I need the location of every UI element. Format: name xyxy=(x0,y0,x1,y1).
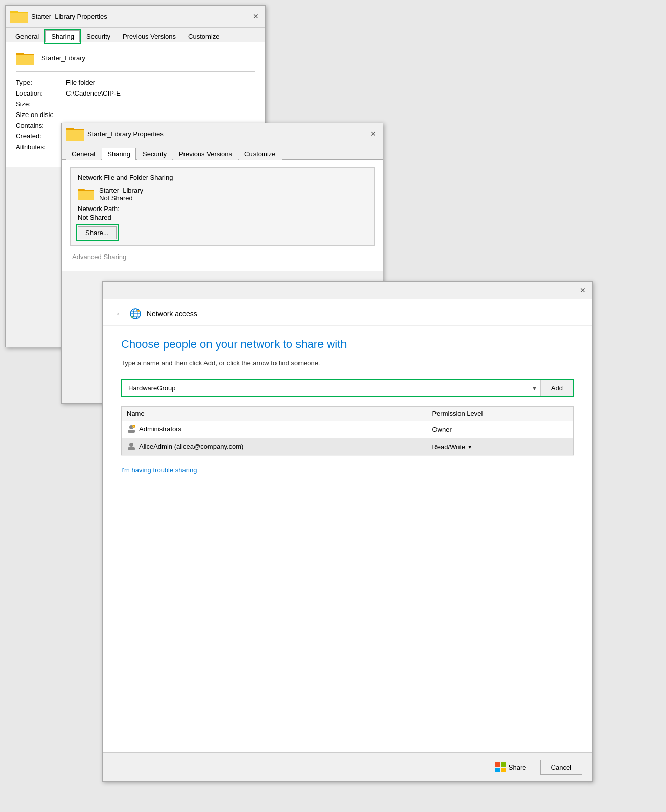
svg-point-18 xyxy=(131,316,133,318)
table-header-name: Name xyxy=(122,407,427,421)
shared-folder-row: Starter_Library Not Shared xyxy=(78,187,367,202)
admin-user-icon: A Administrators xyxy=(127,424,181,433)
choose-heading: Choose people on your network to share w… xyxy=(121,338,574,351)
value-type: File folder xyxy=(66,79,255,86)
tab-security-1[interactable]: Security xyxy=(81,30,116,42)
alice-user-name: AliceAdmin (alicea@company.com) xyxy=(139,443,243,450)
instruction-text: Type a name and then click Add, or click… xyxy=(121,359,574,367)
value-location: C:\Cadence\CIP-E xyxy=(66,89,255,97)
folder-icon-large xyxy=(16,51,34,66)
table-cell-name-1: A Administrators xyxy=(122,421,427,438)
network-access-label: Network access xyxy=(147,310,197,318)
folder-name-input[interactable] xyxy=(39,53,255,63)
tab-customize-1[interactable]: Customize xyxy=(182,30,225,42)
svg-rect-11 xyxy=(78,191,94,200)
tab-general-2[interactable]: General xyxy=(66,148,101,160)
table-row: A Administrators Owner xyxy=(122,421,574,438)
svg-point-17 xyxy=(137,310,140,312)
network-section-title: Network File and Folder Sharing xyxy=(78,174,367,181)
tabs-1: General Sharing Security Previous Versio… xyxy=(6,28,265,42)
cancel-button[interactable]: Cancel xyxy=(540,760,582,775)
folder-icon-titlebar-2 xyxy=(66,126,84,142)
folder-header xyxy=(16,51,255,72)
label-size-disk: Size on disk: xyxy=(16,111,62,119)
windows-share-icon xyxy=(495,762,506,772)
back-arrow[interactable]: ← xyxy=(115,309,124,319)
table-cell-name-2: AliceAdmin (alicea@company.com) xyxy=(122,438,427,456)
shared-folder-status: Not Shared xyxy=(99,194,143,202)
name-input[interactable] xyxy=(122,380,529,396)
svg-rect-2 xyxy=(10,13,28,23)
window-2-content: Network File and Folder Sharing Starter_… xyxy=(62,160,383,271)
advanced-section-title: Advanced Sharing xyxy=(72,253,373,261)
svg-rect-5 xyxy=(16,55,34,65)
window-3-body: ← Network access Choose people on your n… xyxy=(103,299,592,753)
tab-security-2[interactable]: Security xyxy=(137,148,172,160)
folder-icon-titlebar-1 xyxy=(10,9,28,24)
svg-rect-25 xyxy=(495,762,500,767)
network-access-dialog: ✕ ← Network access Choose people on your… xyxy=(102,281,593,782)
title-bar-left-2: Starter_Library Properties xyxy=(66,126,164,142)
permission-dropdown-arrow[interactable]: ▼ xyxy=(467,444,472,450)
alice-user-icon xyxy=(127,442,136,451)
share-button-label: Share xyxy=(509,763,526,771)
window-title-1: Starter_Library Properties xyxy=(31,13,107,20)
network-sharing-section: Network File and Folder Sharing Starter_… xyxy=(70,167,375,246)
administrators-icon: A xyxy=(127,424,136,433)
folder-icon-shared xyxy=(78,188,94,201)
svg-rect-24 xyxy=(128,447,135,450)
value-size-disk xyxy=(66,111,255,119)
network-globe-icon xyxy=(129,308,142,320)
close-button-1[interactable]: ✕ xyxy=(250,11,261,22)
close-button-2[interactable]: ✕ xyxy=(368,128,379,140)
svg-rect-27 xyxy=(495,768,500,772)
svg-rect-28 xyxy=(501,768,506,772)
label-location: Location: xyxy=(16,89,62,97)
add-button[interactable]: Add xyxy=(540,380,573,396)
tab-customize-2[interactable]: Customize xyxy=(239,148,281,160)
share-button[interactable]: Share... xyxy=(78,226,117,239)
title-bar-left-1: Starter_Library Properties xyxy=(10,9,107,24)
window-title-2: Starter_Library Properties xyxy=(87,130,164,138)
tab-previous-versions-1[interactable]: Previous Versions xyxy=(117,30,181,42)
close-button-3[interactable]: ✕ xyxy=(577,285,588,296)
label-contains: Contains: xyxy=(16,122,62,129)
title-bar-2: Starter_Library Properties ✕ xyxy=(62,123,383,145)
trouble-sharing-link[interactable]: I'm having trouble sharing xyxy=(121,466,197,474)
input-add-row: ▼ Add xyxy=(121,379,574,397)
label-type: Type: xyxy=(16,79,62,86)
tab-sharing-1[interactable]: Sharing xyxy=(45,30,80,42)
label-attributes: Attributes: xyxy=(16,143,62,151)
dialog-footer: Share Cancel xyxy=(103,752,592,781)
tab-general-1[interactable]: General xyxy=(10,30,44,42)
tab-sharing-2[interactable]: Sharing xyxy=(102,148,136,160)
network-path-value: Not Shared xyxy=(78,214,367,221)
share-table: Name Permission Level xyxy=(121,406,574,456)
svg-rect-8 xyxy=(66,130,84,141)
advanced-section: Advanced Sharing xyxy=(70,253,375,261)
table-header-permission: Permission Level xyxy=(427,407,573,421)
table-cell-permission-1: Owner xyxy=(427,421,573,438)
shared-folder-name: Starter_Library xyxy=(99,187,143,194)
permission-value: Read/Write xyxy=(432,443,465,451)
network-access-body: Choose people on your network to share w… xyxy=(103,326,592,486)
tab-previous-versions-2[interactable]: Previous Versions xyxy=(173,148,238,160)
permission-dropdown[interactable]: Read/Write ▼ xyxy=(432,443,472,451)
svg-text:A: A xyxy=(133,425,135,428)
user-icon: AliceAdmin (alicea@company.com) xyxy=(127,442,243,451)
dropdown-arrow-icon[interactable]: ▼ xyxy=(529,381,540,396)
table-row: AliceAdmin (alicea@company.com) Read/Wri… xyxy=(122,438,574,456)
administrators-name: Administrators xyxy=(139,425,181,433)
label-size: Size: xyxy=(16,100,62,108)
footer-share-button[interactable]: Share xyxy=(487,759,535,775)
tabs-2: General Sharing Security Previous Versio… xyxy=(62,145,383,160)
title-bar-3: ✕ xyxy=(103,282,592,299)
svg-point-23 xyxy=(129,443,133,447)
title-bar-1: Starter_Library Properties ✕ xyxy=(6,6,265,28)
table-cell-permission-2[interactable]: Read/Write ▼ xyxy=(427,438,573,456)
label-created: Created: xyxy=(16,132,62,140)
svg-rect-20 xyxy=(128,430,135,433)
network-access-header: ← Network access xyxy=(103,299,592,326)
svg-rect-26 xyxy=(501,762,506,767)
value-size xyxy=(66,100,255,108)
